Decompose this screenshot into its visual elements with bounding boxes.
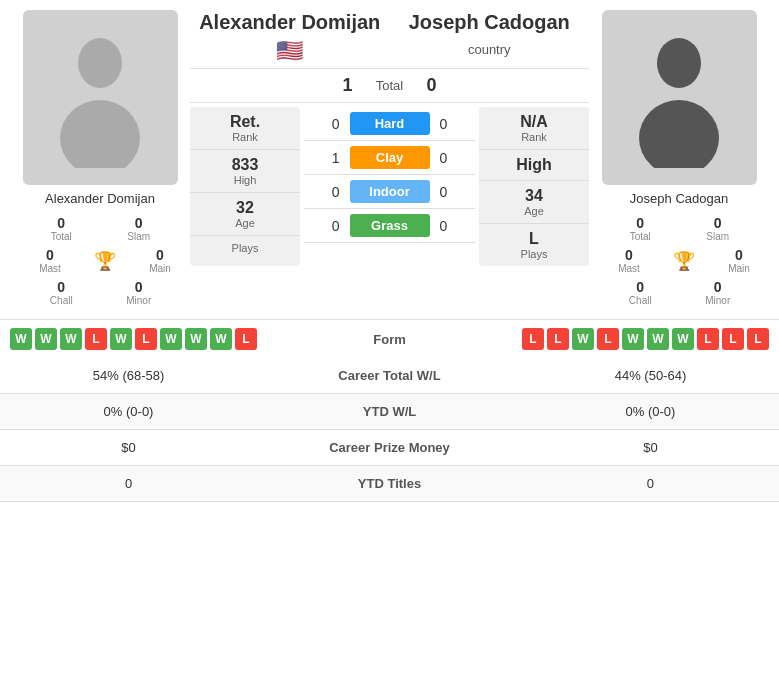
right-age-lbl: Age (485, 205, 583, 217)
left-chall-lbl: Chall (34, 295, 89, 306)
left-player-name-center: Alexander Domijan (190, 10, 390, 34)
stat-right-1: 0% (0-0) (522, 394, 779, 430)
left-high-lbl: High (196, 174, 294, 186)
surface-panel: 0 Hard 0 1 Clay 0 0 Indoor 0 0 Grass 0 (304, 107, 475, 266)
form-badge-left: W (160, 328, 182, 350)
left-total-lbl: Total (34, 231, 89, 242)
form-badge-right: W (622, 328, 644, 350)
form-badge-right: L (747, 328, 769, 350)
form-badge-right: W (672, 328, 694, 350)
stats-row: 0% (0-0) YTD W/L 0% (0-0) (0, 394, 779, 430)
form-badge-left: W (185, 328, 207, 350)
right-trophy-icon: 🏆 (657, 250, 712, 272)
form-badge-right: W (572, 328, 594, 350)
stats-row: 54% (68-58) Career Total W/L 44% (50-64) (0, 358, 779, 394)
right-chall-lbl: Chall (613, 295, 668, 306)
surface-row-clay: 1 Clay 0 (304, 141, 475, 175)
surface-right-indoor: 0 (440, 184, 460, 200)
form-badge-right: L (522, 328, 544, 350)
left-flag: 🇺🇸 (190, 38, 390, 64)
right-mast-val: 0 (602, 247, 657, 263)
stat-left-3: 0 (0, 466, 257, 502)
right-age-val: 34 (485, 187, 583, 205)
left-center-stats-panel: Ret. Rank 833 High 32 Age Plays (190, 107, 300, 266)
stat-label-3: YTD Titles (257, 466, 522, 502)
left-player-avatar (23, 10, 178, 185)
left-mast-val: 0 (23, 247, 78, 263)
svg-point-0 (78, 38, 122, 88)
left-rank-val: Ret. (196, 113, 294, 131)
left-plays-lbl: Plays (196, 242, 294, 254)
surface-left-hard: 0 (320, 116, 340, 132)
surface-btn-grass: Grass (350, 214, 430, 237)
left-high-val: 833 (196, 156, 294, 174)
form-badge-left: L (85, 328, 107, 350)
surface-row-hard: 0 Hard 0 (304, 107, 475, 141)
right-slam-val: 0 (690, 215, 745, 231)
stats-row: $0 Career Prize Money $0 (0, 430, 779, 466)
left-age-lbl: Age (196, 217, 294, 229)
form-badge-left: W (110, 328, 132, 350)
surface-row-indoor: 0 Indoor 0 (304, 175, 475, 209)
surface-btn-clay: Clay (350, 146, 430, 169)
form-badge-left: W (210, 328, 232, 350)
surface-left-clay: 1 (320, 150, 340, 166)
form-badge-right: L (597, 328, 619, 350)
form-badge-left: W (60, 328, 82, 350)
right-center-stats-panel: N/A Rank High 34 Age L Plays (479, 107, 589, 266)
left-mast-lbl: Mast (23, 263, 78, 274)
left-chall-val: 0 (34, 279, 89, 295)
form-label: Form (340, 332, 440, 347)
stat-left-1: 0% (0-0) (0, 394, 257, 430)
svg-point-1 (60, 100, 140, 168)
total-label: Total (365, 78, 415, 93)
stat-left-2: $0 (0, 430, 257, 466)
left-player-stats: 0 Total 0 Slam 0 Mast 🏆 0 Main (23, 212, 178, 309)
form-badge-right: W (647, 328, 669, 350)
surface-right-grass: 0 (440, 218, 460, 234)
left-main-val: 0 (133, 247, 188, 263)
stat-right-0: 44% (50-64) (522, 358, 779, 394)
left-minor-val: 0 (111, 279, 166, 295)
surface-right-hard: 0 (440, 116, 460, 132)
left-age-val: 32 (196, 199, 294, 217)
left-trophy-icon: 🏆 (78, 250, 133, 272)
stat-label-2: Career Prize Money (257, 430, 522, 466)
right-main-lbl: Main (712, 263, 767, 274)
surface-right-clay: 0 (440, 150, 460, 166)
left-player-name: Alexander Domijan (45, 191, 155, 206)
right-chall-val: 0 (613, 279, 668, 295)
form-right: LLWLWWWLLL (440, 328, 770, 350)
svg-point-2 (657, 38, 701, 88)
right-player-avatar (602, 10, 757, 185)
left-total-val: 0 (34, 215, 89, 231)
left-slam-val: 0 (111, 215, 166, 231)
stat-label-0: Career Total W/L (257, 358, 522, 394)
form-badge-right: L (722, 328, 744, 350)
right-total-lbl: Total (613, 231, 668, 242)
right-slam-lbl: Slam (690, 231, 745, 242)
form-badge-right: L (547, 328, 569, 350)
form-badge-left: W (10, 328, 32, 350)
form-badge-left: L (135, 328, 157, 350)
right-rank-val: N/A (485, 113, 583, 131)
stat-right-2: $0 (522, 430, 779, 466)
right-flag: country (390, 42, 590, 57)
stat-right-3: 0 (522, 466, 779, 502)
surface-btn-indoor: Indoor (350, 180, 430, 203)
form-section: WWWLWLWWWL Form LLWLWWWLLL (0, 319, 779, 358)
right-main-val: 0 (712, 247, 767, 263)
form-badge-left: L (235, 328, 257, 350)
stat-left-0: 54% (68-58) (0, 358, 257, 394)
right-minor-val: 0 (690, 279, 745, 295)
stat-label-1: YTD W/L (257, 394, 522, 430)
right-plays-lbl: Plays (485, 248, 583, 260)
svg-point-3 (639, 100, 719, 168)
total-left: 1 (329, 75, 353, 96)
form-badge-right: L (697, 328, 719, 350)
right-minor-lbl: Minor (690, 295, 745, 306)
form-badge-left: W (35, 328, 57, 350)
left-rank-lbl: Rank (196, 131, 294, 143)
surface-left-grass: 0 (320, 218, 340, 234)
right-player-stats: 0 Total 0 Slam 0 Mast 🏆 0 Main (602, 212, 757, 309)
